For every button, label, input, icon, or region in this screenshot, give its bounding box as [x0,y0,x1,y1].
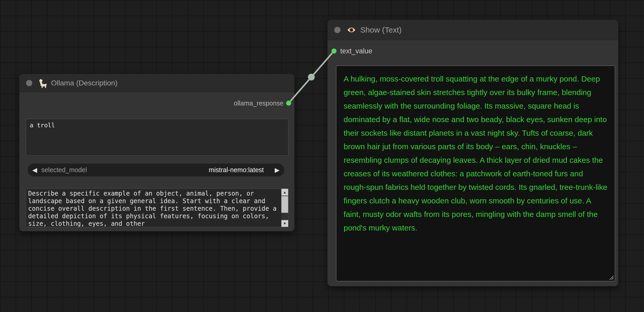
scrollbar-thumb[interactable] [281,196,288,213]
scroll-up-icon[interactable]: ▲ [281,189,288,196]
eye-icon [346,25,357,35]
output-slot-dot-ollama-response[interactable] [286,101,291,106]
output-slot-label: ollama_response [234,99,283,107]
node-ollama-description[interactable]: Ollama (Description) ollama_response a t… [19,74,294,231]
system-prompt-textarea[interactable]: Describe a specific example of an object… [26,189,288,227]
scroll-down-icon[interactable]: ▼ [281,220,288,227]
node-show-text[interactable]: Show (Text) text_value A hulking, moss-c… [327,20,618,286]
node-title: Ollama (Description) [51,79,117,87]
selected-model-combo[interactable]: ◀ selected_model mistral-nemo:latest ▶ [28,164,284,176]
input-slot-dot-text-value[interactable] [331,48,337,54]
input-slot-label: text_value [340,47,372,55]
link-ollama-response-to-text-value [289,51,334,103]
scrollbar-track[interactable] [281,196,288,220]
output-slot-row: ollama_response [234,99,283,107]
node-title: Show (Text) [360,26,401,34]
node-titlebar[interactable]: Show (Text) [327,20,618,40]
system-prompt-text[interactable]: Describe a specific example of an object… [26,189,281,227]
llama-icon [38,78,47,88]
link-midpoint-dot[interactable] [308,74,315,80]
combo-next-icon[interactable]: ▶ [275,167,280,173]
collapse-dot[interactable] [334,27,340,33]
show-text-value[interactable]: A hulking, moss-covered troll squatting … [344,72,608,235]
combo-label: selected_model [41,166,87,174]
input-slot-row: text_value [340,47,372,55]
node-graph-canvas[interactable]: Ollama (Description) ollama_response a t… [0,0,644,312]
prompt-text-input[interactable]: a troll [26,119,288,156]
combo-prev-icon[interactable]: ◀ [32,167,37,173]
textarea-scrollbar[interactable]: ▲ ▼ [281,189,288,227]
node-titlebar[interactable]: Ollama (Description) [19,74,294,92]
collapse-dot[interactable] [26,80,32,86]
show-text-box[interactable]: A hulking, moss-covered troll squatting … [336,66,615,281]
combo-value: mistral-nemo:latest [87,166,275,174]
resize-handle[interactable] [608,274,614,280]
